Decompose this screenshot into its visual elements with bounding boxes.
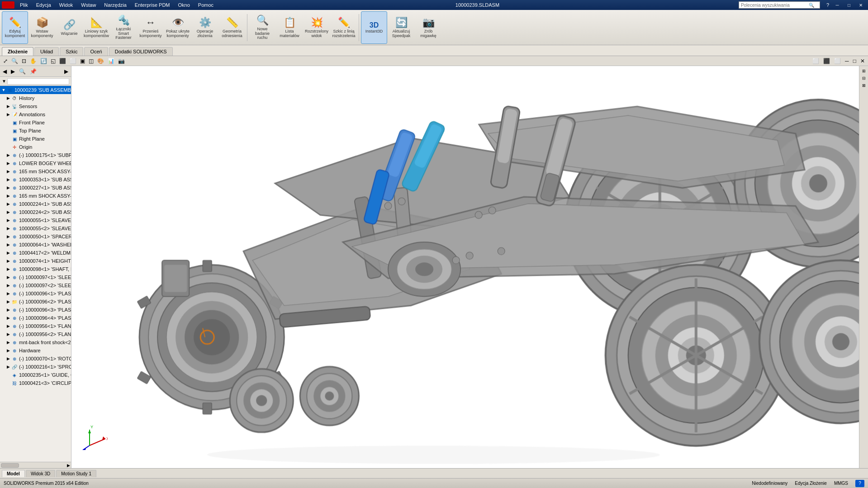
toolbar-linear-pattern[interactable]: 📐 Liniowy szyk komponentów: [83, 11, 109, 44]
tree-history[interactable]: ▶ ⏱ History: [0, 94, 71, 102]
item17-expand[interactable]: ▶: [5, 283, 11, 288]
menu-edit[interactable]: Edycja: [33, 1, 54, 9]
tree-filter-input[interactable]: [7, 78, 69, 85]
tree-item-6[interactable]: ▶ ⊕ 165 mm SHOCK ASSY-1<1>...: [0, 192, 71, 200]
tree-mates[interactable]: ▶ 🔗 (-) 10000216<1> 'SPROCKET,...: [0, 363, 71, 371]
tree-right-plane[interactable]: ▶ ▣ Right Plane: [0, 135, 71, 143]
status-help-btn[interactable]: ?: [855, 480, 864, 487]
view-btn-zoom-in[interactable]: 🔍: [10, 57, 19, 65]
scroll-right-btn[interactable]: ▶: [67, 463, 70, 468]
panel-btn-pin[interactable]: 📌: [28, 67, 38, 76]
view-btn-display4[interactable]: ◫: [87, 57, 95, 65]
restore-btn[interactable]: □: [844, 1, 854, 9]
view-maximize[interactable]: ⬜: [833, 57, 842, 65]
panel-btn-back[interactable]: ◀: [1, 67, 9, 76]
item13-expand[interactable]: ▶: [5, 250, 11, 256]
item7-expand[interactable]: ▶: [5, 201, 11, 207]
view-tile-h[interactable]: ⬜: [811, 57, 821, 65]
tab-evaluate[interactable]: Oceń: [84, 47, 108, 56]
tree-item-5[interactable]: ▶ ⊕ 10000227<1> 'SUB ASSEMBL...: [0, 184, 71, 192]
item11-expand[interactable]: ▶: [5, 234, 11, 239]
item2-expand[interactable]: ▶: [5, 161, 11, 166]
tree-sensors[interactable]: ▶ 📡 Sensors: [0, 102, 71, 110]
hardware-expand[interactable]: ▶: [5, 299, 11, 304]
item10-expand[interactable]: ▶: [5, 226, 11, 231]
tree-item-10[interactable]: ▶ ⊕ 10000055<2> 'SLEAVE, PIVOT...: [0, 224, 71, 232]
tree-annotations[interactable]: ▶ 📝 Annotations: [0, 110, 71, 118]
tree-item-19[interactable]: ▶ ⊕ (-) 10000096<3> 'PLASTIC SP...: [0, 306, 71, 314]
toolbar-insert-component[interactable]: 📦 Wstaw komponenty: [29, 11, 55, 44]
menu-window[interactable]: Okno: [175, 1, 193, 9]
tree-item-17[interactable]: ▶ ⊕ (-) 10000097<2> 'SLEEVE, SH...: [0, 281, 71, 289]
item12-expand[interactable]: ▶: [5, 242, 11, 247]
annotations-expand-icon[interactable]: ▶: [5, 112, 11, 117]
panel-btn-search[interactable]: 🔍: [17, 67, 28, 76]
bottom-tab-3dview[interactable]: Widok 3D: [26, 470, 55, 477]
view-btn-zoom-fit[interactable]: ⊡: [20, 57, 28, 65]
tree-origin[interactable]: ▶ ✛ Origin: [0, 143, 71, 151]
view-btn-render[interactable]: 📊: [106, 57, 116, 65]
toolbar-instant3d[interactable]: 3D Instant3D: [361, 11, 387, 44]
tree-hardware[interactable]: ▶ 📁 (-) 10000096<2> 'PLASTIC SP...: [0, 298, 71, 306]
toolbar-bom[interactable]: 📋 Lista materiałów: [276, 11, 303, 44]
item24-expand[interactable]: ▶: [5, 348, 11, 353]
view-tile-v[interactable]: ⬛: [822, 57, 831, 65]
tree-item-20[interactable]: ▶ ⊕ (-) 10000096<4> 'PLASTIC SP...: [0, 314, 71, 322]
toolbar-fastener[interactable]: 🔩 Łączniki Smart Fastener: [110, 11, 137, 44]
toolbar-edit-component[interactable]: ✏️ Edytuj komponent: [2, 11, 28, 44]
tree-front-plane[interactable]: ▶ ▣ Front Plane: [0, 118, 71, 127]
toolbar-speedpak[interactable]: 🔄 Aktualizuj Speedpak: [388, 11, 414, 44]
menu-epdm[interactable]: Enterprise PDM: [132, 1, 173, 9]
tab-layout[interactable]: Układ: [34, 47, 59, 56]
item18-expand[interactable]: ▶: [5, 291, 11, 296]
rs-btn-3[interactable]: ⊠: [861, 82, 867, 89]
view-btn-orient[interactable]: ⤢: [2, 57, 9, 65]
search-input[interactable]: [741, 3, 809, 8]
view-btn-display1[interactable]: ⬛: [58, 57, 67, 65]
toolbar-exploded-view[interactable]: 💥 Rozstrzelony widok: [304, 11, 330, 44]
bottom-tab-model[interactable]: Model: [2, 470, 25, 477]
item4-expand[interactable]: ▶: [5, 177, 11, 182]
item3-expand[interactable]: ▶: [5, 169, 11, 174]
minimize-btn[interactable]: ─: [832, 1, 843, 9]
view-restore[interactable]: □: [852, 57, 858, 65]
menu-view[interactable]: Widok: [57, 1, 76, 9]
item6-expand[interactable]: ▶: [5, 193, 11, 199]
tree-item-25[interactable]: ▶ ⊕ (-) 10000070<1> 'ROTOR, BR...: [0, 355, 71, 363]
toolbar-move[interactable]: ↔️ Przenieś komponenty: [138, 11, 164, 44]
item1-expand[interactable]: ▶: [5, 152, 11, 158]
item5-expand[interactable]: ▶: [5, 185, 11, 190]
tree-top-plane[interactable]: ▶ ▣ Top Plane: [0, 127, 71, 135]
panel-scrollbar[interactable]: ▶: [0, 462, 71, 468]
toolbar-motion-study[interactable]: 🔍 Nowe badanie ruchu: [249, 11, 275, 44]
tree-item-24[interactable]: ▶ ⊕ Hardware: [0, 346, 71, 355]
tree-root[interactable]: ▼ ⊞ 10000239 'SUB ASSEMBLY, LH C...: [0, 86, 71, 94]
toolbar-snapshot[interactable]: 📷 Zrób migawkę: [415, 11, 441, 44]
view-btn-display2[interactable]: ⬜: [68, 57, 78, 65]
tree-mirror[interactable]: ▶ ◈ 10000235<1> 'GUIDE, CHAIN...: [0, 371, 71, 379]
rs-btn-2[interactable]: ⊟: [861, 75, 867, 81]
item16-expand[interactable]: ▶: [5, 275, 11, 280]
view-btn-section[interactable]: ◱: [49, 57, 57, 65]
toolbar-show-hidden[interactable]: 👁️ Pokaz ukryte komponenty: [165, 11, 191, 44]
item20-expand[interactable]: ▶: [5, 315, 11, 321]
item25-expand[interactable]: ▶: [5, 356, 11, 361]
toolbar-mate[interactable]: 🔗 Wiązanie: [56, 11, 82, 44]
tree-item-23[interactable]: ▶ ⊕ mnt-back front shock<2> 'S...: [0, 338, 71, 346]
tab-sketch[interactable]: Szkic: [60, 47, 83, 56]
menu-tools[interactable]: Narzędzia: [101, 1, 129, 9]
tab-addins[interactable]: Dodatki SOLIDWORKS: [109, 47, 173, 56]
tree-item-18[interactable]: ▶ ⊕ (-) 10000096<1> 'PLASTIC SP...: [0, 289, 71, 298]
bottom-tab-motion[interactable]: Motion Study 1: [56, 470, 96, 477]
view-btn-pan[interactable]: ✋: [28, 57, 38, 65]
item15-expand[interactable]: ▶: [5, 266, 11, 272]
history-expand-icon[interactable]: ▶: [5, 95, 11, 101]
item21-expand[interactable]: ▶: [5, 323, 11, 329]
tree-item-3[interactable]: ▶ ⊕ 165 mm SHOCK ASSY-1<2>...: [0, 167, 71, 175]
help-btn[interactable]: ?: [825, 2, 831, 8]
menu-file[interactable]: Plik: [17, 1, 31, 9]
toolbar-ref-geometry[interactable]: 📏 Geometria odniesienia: [219, 11, 245, 44]
tree-item-21[interactable]: ▶ ⊕ (-) 10000956<1> 'FLANGE BL...: [0, 322, 71, 330]
item14-expand[interactable]: ▶: [5, 258, 11, 264]
close-btn[interactable]: ✕: [855, 1, 866, 9]
